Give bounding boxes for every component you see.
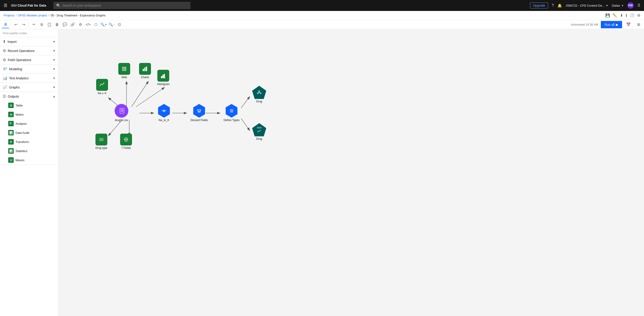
code-btn[interactable]: </> xyxy=(84,21,92,28)
fit-btn[interactable]: ⊡ xyxy=(116,21,123,28)
breadcrumb-projects[interactable]: Projects xyxy=(4,14,14,17)
run-all-button[interactable]: Run all ▶ xyxy=(601,21,622,28)
node-btn[interactable]: ⬡ xyxy=(92,21,100,28)
palette-toggle-btn[interactable]: ⊞ xyxy=(2,21,9,28)
svg-rect-23 xyxy=(162,75,164,78)
schedule-btn[interactable]: 📅 xyxy=(625,21,632,28)
import-chevron: ▼ xyxy=(53,40,56,43)
node-define-types[interactable]: Define Types xyxy=(224,104,240,122)
notification-icon[interactable]: 🔔 xyxy=(558,3,562,8)
sidebar-section-import: ⬆ Import ▼ xyxy=(0,37,58,46)
node-na-to-k[interactable]: Na_to_K xyxy=(157,104,171,122)
location-switcher[interactable]: Dallas ▼ xyxy=(612,4,624,7)
node-drug-top-label: Drug xyxy=(256,100,262,103)
sidebar-section-record-ops: ⚙ Record Operations ▼ xyxy=(0,46,58,55)
toolbar-divider-2 xyxy=(28,22,29,27)
node-na-v-k[interactable]: Na v. K xyxy=(96,79,108,95)
node-drug1n-label: drug1n.csv xyxy=(115,119,128,122)
node-charts-label: Charts xyxy=(141,76,149,79)
node-charts[interactable]: Charts xyxy=(139,63,151,79)
sidebar-item-table-label: Table xyxy=(16,104,22,107)
node-web[interactable]: Web xyxy=(118,63,130,79)
comment-btn[interactable]: 💬 xyxy=(61,21,68,28)
sidebar-section-text-analytics: 📊 Text Analytics ▼ xyxy=(0,74,58,83)
sidebar-item-analysis[interactable]: 🔍 Analysis xyxy=(0,119,58,128)
palette-search-input[interactable] xyxy=(3,31,56,35)
download-icon-btn[interactable]: ⬇ xyxy=(620,13,623,17)
svg-rect-21 xyxy=(146,67,147,71)
avatar[interactable]: PW xyxy=(627,2,634,9)
split-btn[interactable]: ⊞ xyxy=(635,21,642,28)
copy-btn[interactable]: ⧉ xyxy=(38,21,45,28)
graphs-chevron: ▼ xyxy=(53,86,56,89)
sidebar-search-area[interactable] xyxy=(0,29,58,37)
sidebar-item-statistics[interactable]: 📊 Statistics xyxy=(0,146,58,156)
svg-rect-24 xyxy=(164,74,165,78)
info-icon-btn[interactable]: ℹ xyxy=(626,13,627,17)
cut-btn[interactable]: ✂ xyxy=(30,21,38,28)
undo-btn[interactable]: ↩ xyxy=(12,21,20,28)
account-switcher[interactable]: 2560722 - CPD Content De... ▼ xyxy=(566,4,608,7)
node-7fields[interactable]: + 7 Fields xyxy=(120,134,132,150)
sidebar-item-means[interactable]: ⊟ Means xyxy=(0,156,58,164)
link-btn[interactable]: 🔗 xyxy=(69,21,76,28)
canvas-area[interactable]: Na v. K Web xyxy=(58,29,644,316)
filter-btn[interactable]: ⚙ xyxy=(77,21,84,28)
paste-btn[interactable]: 📋 xyxy=(46,21,53,28)
zoom-out-btn[interactable]: 🔍- xyxy=(108,21,115,28)
svg-line-5 xyxy=(241,119,250,131)
sidebar-section-import-header[interactable]: ⬆ Import ▼ xyxy=(0,37,58,46)
sidebar-item-matrix[interactable]: ⊞ Matrix xyxy=(0,110,58,119)
svg-rect-26 xyxy=(120,108,124,113)
search-bar[interactable]: 🔍 xyxy=(54,2,190,9)
svg-text:+: + xyxy=(126,139,127,141)
location-chevron: ▼ xyxy=(622,4,624,7)
sidebar-modeling-label: Modeling xyxy=(9,67,51,71)
node-drug-bottom[interactable]: C5.0 Drug xyxy=(252,123,266,141)
svg-rect-19 xyxy=(143,69,144,71)
settings-icon-btn[interactable]: ⚙ xyxy=(637,13,640,17)
upgrade-button[interactable]: Upgrade xyxy=(530,2,548,8)
sidebar-item-table[interactable]: ⊞ Table xyxy=(0,101,58,110)
node-discard-fields-label: Discard Fields xyxy=(190,119,208,122)
outputs-items: ⊞ Table ⊞ Matrix 🔍 Analysis 📊 Data Audit… xyxy=(0,101,58,164)
breadcrumb-project[interactable]: SPSS Modeler project xyxy=(18,14,47,17)
modeling-chevron: ▼ xyxy=(53,67,56,71)
sidebar-outputs-header[interactable]: ☰ Outputs ▲ xyxy=(0,92,58,101)
sidebar-section-outputs: ☰ Outputs ▲ ⊞ Table ⊞ Matrix 🔍 Analysis xyxy=(0,92,58,165)
record-ops-icon: ⚙ xyxy=(3,49,6,53)
outputs-chevron: ▲ xyxy=(53,95,56,98)
autosaved-text: Autosaved 10:38 AM xyxy=(571,23,598,26)
sidebar-modeling-header[interactable]: 💎 Modeling ▼ xyxy=(0,64,58,73)
node-drug-top[interactable]: Drug xyxy=(252,86,266,103)
edit-icon-btn[interactable]: ✏️ xyxy=(613,13,617,17)
analysis-node-icon: 🔍 xyxy=(8,121,14,126)
node-drug1n[interactable]: drug1n.csv xyxy=(115,104,128,122)
node-drug-type-label: Drug type xyxy=(96,146,107,150)
node-discard-fields[interactable]: Discard Fields xyxy=(190,104,208,122)
history-icon-btn[interactable]: 🕐 xyxy=(630,13,634,17)
sidebar-item-data-audit[interactable]: 📊 Data Audit xyxy=(0,128,58,137)
menu-icon[interactable]: ☰ xyxy=(4,3,7,8)
save-icon-btn[interactable]: 💾 xyxy=(606,13,610,17)
help-icon[interactable]: ? xyxy=(552,3,554,7)
sidebar-text-analytics-header[interactable]: 📊 Text Analytics ▼ xyxy=(0,74,58,83)
apps-icon[interactable]: ⠿ xyxy=(638,3,640,8)
topbar-right: Upgrade ? 🔔 2560722 - CPD Content De... … xyxy=(530,2,640,9)
node-histogram[interactable]: Histogram xyxy=(157,70,170,86)
sidebar-graphs-label: Graphs xyxy=(9,86,51,89)
zoom-in-btn[interactable]: 🔍+ xyxy=(100,21,107,28)
sidebar: ⬆ Import ▼ ⚙ Record Operations ▼ ⚙ Field… xyxy=(0,29,58,316)
field-ops-icon: ⚙ xyxy=(3,58,6,62)
node-drug-type[interactable]: Drug type xyxy=(96,134,107,150)
node-drug-bottom-label: Drug xyxy=(256,137,262,141)
sidebar-graphs-header[interactable]: 📈 Graphs ▼ xyxy=(0,83,58,92)
search-input[interactable] xyxy=(62,4,188,7)
svg-line-47 xyxy=(258,92,259,93)
delete-btn[interactable]: 🗑 xyxy=(54,21,61,28)
sidebar-record-ops-header[interactable]: ⚙ Record Operations ▼ xyxy=(0,46,58,55)
sidebar-item-transform[interactable]: ⚙ Transform xyxy=(0,137,58,146)
sidebar-field-ops-header[interactable]: ⚙ Field Operations ▼ xyxy=(0,55,58,64)
redo-btn[interactable]: ↪ xyxy=(20,21,27,28)
svg-point-46 xyxy=(260,93,261,94)
